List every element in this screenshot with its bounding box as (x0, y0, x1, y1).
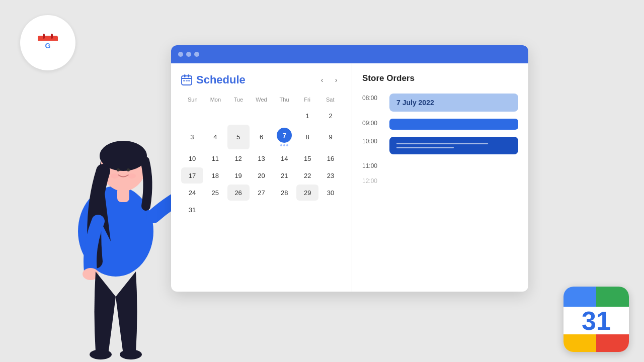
cal-cell-13[interactable]: 13 (251, 150, 273, 166)
svg-rect-11 (117, 187, 129, 202)
gcal-31-footer (564, 334, 629, 352)
event-line-2 (396, 147, 454, 148)
gcal-icon-inner: G (37, 33, 59, 53)
time-label-0900: 09:00 (362, 119, 383, 127)
calendar-title: Schedule (181, 73, 246, 86)
cal-cell-4[interactable]: 4 (204, 125, 226, 149)
gcal-31-blue (564, 287, 596, 307)
svg-rect-4 (38, 39, 58, 41)
cal-cell-26[interactable]: 26 (227, 185, 250, 201)
prev-month-button[interactable]: ‹ (316, 74, 328, 85)
cal-cell-10[interactable]: 10 (181, 150, 203, 166)
person-illustration (30, 50, 191, 362)
day-header-sat: Sat (318, 95, 342, 105)
cal-cell-24[interactable]: 24 (181, 185, 203, 201)
time-label-1200: 12:00 (362, 176, 383, 185)
calendar-section: Schedule ‹ › Sun Mon Tue Wed Thu Fri Sat (171, 63, 352, 292)
calendar-grid: 1 2 3 4 5 6 7 8 9 10 (181, 108, 342, 218)
gcal-31-body: 31 (564, 307, 629, 334)
day-headers: Sun Mon Tue Wed Thu Fri Sat (181, 95, 342, 105)
day-header-tue: Tue (227, 95, 250, 105)
time-label-1100: 11:00 (362, 161, 383, 169)
day-header-fri: Fri (296, 95, 319, 105)
cal-cell-14[interactable]: 14 (273, 150, 295, 166)
cal-cell-18[interactable]: 18 (204, 167, 226, 184)
gcal-31-icon: 31 (564, 287, 629, 352)
svg-text:G: G (45, 42, 51, 50)
nav-arrows: ‹ › (316, 74, 342, 85)
cal-cell-11[interactable]: 11 (204, 150, 226, 166)
cal-cell-21[interactable]: 21 (273, 167, 295, 184)
svg-point-14 (90, 349, 112, 359)
svg-point-18 (111, 173, 119, 178)
cal-cell-20[interactable]: 20 (251, 167, 273, 184)
day-header-mon: Mon (204, 95, 227, 105)
cal-cell-6[interactable]: 6 (251, 125, 273, 149)
cal-cell-empty (251, 108, 273, 124)
gcal-31-red (596, 334, 629, 352)
person-svg (30, 50, 191, 362)
time-slot-0800: 08:00 7 July 2022 (362, 94, 518, 112)
time-slot-0900: 09:00 (362, 119, 518, 130)
browser-window: Schedule ‹ › Sun Mon Tue Wed Thu Fri Sat (171, 45, 528, 292)
time-slot-1100: 11:00 (362, 161, 518, 169)
cal-cell-15[interactable]: 15 (296, 150, 318, 166)
cal-cell-25[interactable]: 25 (204, 185, 226, 201)
time-slot-1200: 12:00 (362, 176, 518, 185)
event-block-date-label[interactable]: 7 July 2022 (389, 94, 518, 112)
time-label-0800: 08:00 (362, 94, 383, 102)
cal-cell-29[interactable]: 29 (296, 185, 318, 201)
calendar-header: Schedule ‹ › (181, 73, 342, 86)
cal-cell-31[interactable]: 31 (181, 202, 203, 218)
gcal-31-header (564, 287, 629, 307)
cal-cell-27[interactable]: 27 (251, 185, 273, 201)
event-block-block[interactable] (389, 137, 518, 154)
cal-cell-7-today[interactable]: 7 (273, 125, 295, 149)
event-lines (396, 143, 511, 148)
cal-cell-12[interactable]: 12 (227, 150, 250, 166)
cal-cell-9[interactable]: 9 (319, 125, 342, 149)
svg-point-16 (117, 168, 120, 171)
cal-cell-1[interactable]: 1 (296, 108, 318, 124)
svg-rect-26 (188, 80, 190, 81)
svg-rect-22 (184, 74, 186, 77)
cal-cell-16[interactable]: 16 (319, 150, 342, 166)
browser-dot-3 (194, 52, 199, 57)
cal-cell-28[interactable]: 28 (273, 185, 295, 201)
event-line-1 (396, 143, 488, 144)
svg-rect-23 (188, 74, 190, 77)
gcal-31-green (596, 287, 629, 307)
cal-cell-22[interactable]: 22 (296, 167, 318, 184)
event-block-bar[interactable] (389, 119, 518, 130)
cal-cell-2[interactable]: 2 (319, 108, 342, 124)
cal-cell-8[interactable]: 8 (296, 125, 318, 149)
next-month-button[interactable]: › (331, 74, 342, 85)
cal-cell-empty (227, 108, 250, 124)
svg-point-17 (127, 168, 130, 171)
cal-cell-19[interactable]: 19 (227, 167, 250, 184)
browser-dot-2 (186, 52, 191, 57)
svg-point-19 (128, 173, 136, 178)
cal-cell-5[interactable]: 5 (227, 125, 250, 149)
calendar-svg-icon: G (37, 33, 59, 52)
browser-content: Schedule ‹ › Sun Mon Tue Wed Thu Fri Sat (171, 63, 528, 292)
cal-cell-empty (204, 108, 226, 124)
svg-rect-24 (183, 80, 185, 81)
cal-cell-3[interactable]: 3 (181, 125, 203, 149)
cal-cell-23[interactable]: 23 (319, 167, 342, 184)
browser-titlebar (171, 45, 528, 63)
cal-cell-empty (181, 108, 203, 124)
gcal-31-yellow (564, 334, 596, 352)
svg-point-15 (120, 349, 142, 359)
cal-cell-17[interactable]: 17 (181, 167, 203, 184)
gcal-31-number: 31 (582, 308, 611, 334)
browser-dot-1 (178, 52, 183, 57)
cal-cell-30[interactable]: 30 (319, 185, 342, 201)
time-label-1000: 10:00 (362, 137, 383, 145)
schedule-title: Store Orders (362, 73, 518, 83)
cal-cell-empty (273, 108, 295, 124)
svg-rect-25 (186, 80, 188, 81)
schedule-section: Store Orders 08:00 7 July 2022 09:00 10:… (352, 63, 528, 292)
schedule-calendar-icon (181, 74, 192, 85)
svg-rect-5 (43, 34, 45, 39)
